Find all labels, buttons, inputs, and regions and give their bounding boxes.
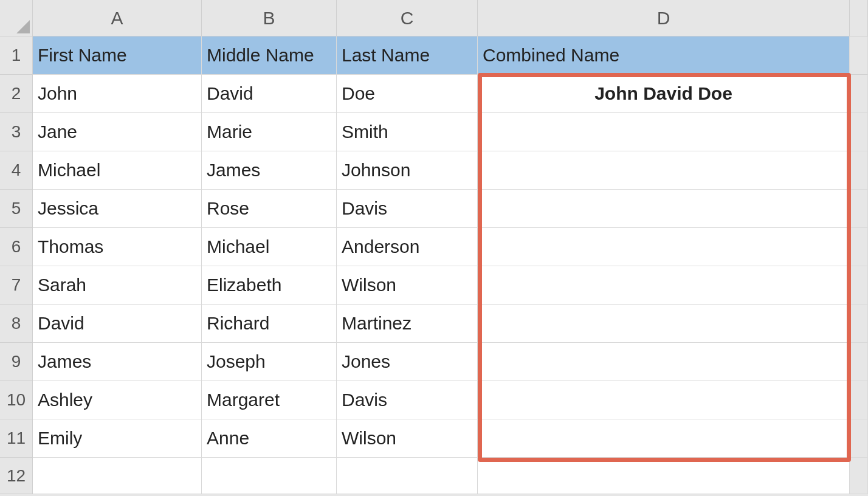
row-4: 4 Michael James Johnson [0, 151, 868, 190]
row-3: 3 Jane Marie Smith [0, 113, 868, 151]
cell-overflow-2 [850, 75, 868, 113]
cell-A2[interactable]: John [33, 75, 202, 113]
cell-C12[interactable] [337, 458, 478, 494]
cell-D3[interactable] [478, 113, 850, 151]
cell-B3[interactable]: Marie [202, 113, 337, 151]
cell-overflow-5 [850, 190, 868, 228]
select-all-corner[interactable] [0, 0, 33, 36]
cell-D5[interactable] [478, 190, 850, 228]
cell-C7[interactable]: Wilson [337, 266, 478, 305]
cell-A8[interactable]: David [33, 305, 202, 343]
cell-B12[interactable] [202, 458, 337, 494]
row-7: 7 Sarah Elizabeth Wilson [0, 266, 868, 305]
cell-C2[interactable]: Doe [337, 75, 478, 113]
cell-C4[interactable]: Johnson [337, 151, 478, 190]
cell-A9[interactable]: James [33, 343, 202, 381]
row-12: 12 [0, 458, 868, 494]
column-header-row: A B C D [0, 0, 868, 36]
cell-overflow-7 [850, 266, 868, 305]
cell-A11[interactable]: Emily [33, 419, 202, 458]
svg-marker-0 [16, 20, 30, 33]
row-5: 5 Jessica Rose Davis [0, 190, 868, 228]
row-6: 6 Thomas Michael Anderson [0, 228, 868, 266]
row-header-4[interactable]: 4 [0, 151, 33, 190]
cell-D12[interactable] [478, 458, 850, 494]
column-header-A[interactable]: A [33, 0, 202, 36]
cell-B2[interactable]: David [202, 75, 337, 113]
cell-B6[interactable]: Michael [202, 228, 337, 266]
row-header-10[interactable]: 10 [0, 381, 33, 419]
cell-D9[interactable] [478, 343, 850, 381]
cell-D2[interactable]: John David Doe [478, 75, 850, 113]
cell-C5[interactable]: Davis [337, 190, 478, 228]
row-10: 10 Ashley Margaret Davis [0, 381, 868, 419]
column-header-D[interactable]: D [478, 0, 850, 36]
cell-C3[interactable]: Smith [337, 113, 478, 151]
cell-D6[interactable] [478, 228, 850, 266]
cell-overflow-9 [850, 343, 868, 381]
cell-overflow-1 [850, 36, 868, 75]
cell-overflow-8 [850, 305, 868, 343]
cell-B4[interactable]: James [202, 151, 337, 190]
cell-D1[interactable]: Combined Name [478, 36, 850, 75]
cell-C8[interactable]: Martinez [337, 305, 478, 343]
column-header-B[interactable]: B [202, 0, 337, 36]
row-header-1[interactable]: 1 [0, 36, 33, 75]
row-header-7[interactable]: 7 [0, 266, 33, 305]
select-all-icon [16, 20, 30, 33]
cell-overflow-12 [850, 458, 868, 494]
column-header-overflow [850, 0, 868, 36]
row-8: 8 David Richard Martinez [0, 305, 868, 343]
cell-D4[interactable] [478, 151, 850, 190]
cell-overflow-6 [850, 228, 868, 266]
cell-overflow-3 [850, 113, 868, 151]
row-11: 11 Emily Anne Wilson [0, 419, 868, 458]
row-header-12[interactable]: 12 [0, 458, 33, 494]
cell-A3[interactable]: Jane [33, 113, 202, 151]
cell-B1[interactable]: Middle Name [202, 36, 337, 75]
row-header-8[interactable]: 8 [0, 305, 33, 343]
row-header-9[interactable]: 9 [0, 343, 33, 381]
cell-A1[interactable]: First Name [33, 36, 202, 75]
cell-C6[interactable]: Anderson [337, 228, 478, 266]
cell-C1[interactable]: Last Name [337, 36, 478, 75]
row-header-5[interactable]: 5 [0, 190, 33, 228]
row-header-2[interactable]: 2 [0, 75, 33, 113]
cell-B7[interactable]: Elizabeth [202, 266, 337, 305]
cell-A10[interactable]: Ashley [33, 381, 202, 419]
cell-C11[interactable]: Wilson [337, 419, 478, 458]
cell-B9[interactable]: Joseph [202, 343, 337, 381]
row-header-3[interactable]: 3 [0, 113, 33, 151]
cell-D7[interactable] [478, 266, 850, 305]
cell-B8[interactable]: Richard [202, 305, 337, 343]
cell-D10[interactable] [478, 381, 850, 419]
row-header-6[interactable]: 6 [0, 228, 33, 266]
cell-A7[interactable]: Sarah [33, 266, 202, 305]
cell-A6[interactable]: Thomas [33, 228, 202, 266]
cell-overflow-11 [850, 419, 868, 458]
cell-C10[interactable]: Davis [337, 381, 478, 419]
row-9: 9 James Joseph Jones [0, 343, 868, 381]
row-2: 2 John David Doe John David Doe [0, 75, 868, 113]
cell-overflow-4 [850, 151, 868, 190]
row-1: 1 First Name Middle Name Last Name Combi… [0, 36, 868, 75]
cell-A12[interactable] [33, 458, 202, 494]
cell-A5[interactable]: Jessica [33, 190, 202, 228]
cell-D11[interactable] [478, 419, 850, 458]
row-header-11[interactable]: 11 [0, 419, 33, 458]
cell-overflow-10 [850, 381, 868, 419]
cell-D8[interactable] [478, 305, 850, 343]
column-header-C[interactable]: C [337, 0, 478, 36]
spreadsheet: A B C D 1 First Name Middle Name Last Na… [0, 0, 868, 496]
cell-B11[interactable]: Anne [202, 419, 337, 458]
cell-A4[interactable]: Michael [33, 151, 202, 190]
cell-B5[interactable]: Rose [202, 190, 337, 228]
cell-C9[interactable]: Jones [337, 343, 478, 381]
cell-B10[interactable]: Margaret [202, 381, 337, 419]
